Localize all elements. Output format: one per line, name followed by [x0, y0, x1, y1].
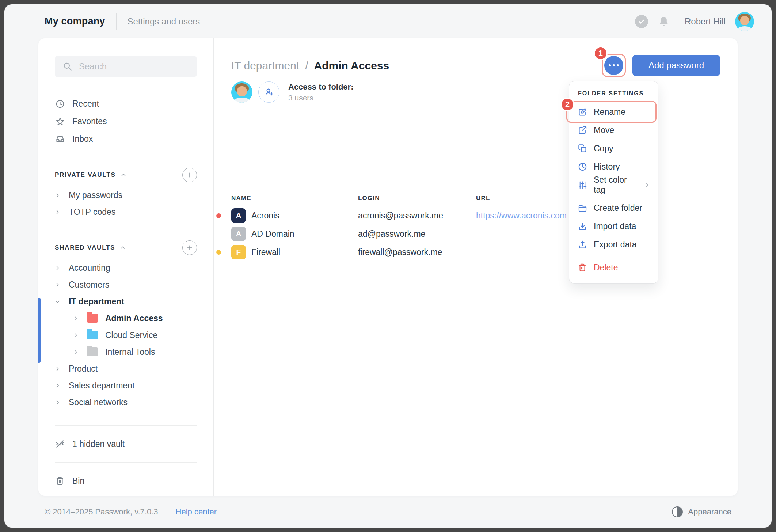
- sidebar-item-cloud-service[interactable]: Cloud Service: [55, 327, 197, 343]
- help-center-link[interactable]: Help center: [176, 507, 217, 517]
- sidebar-item-bin[interactable]: Bin: [55, 472, 197, 490]
- password-login: firewall@passwork.me: [358, 247, 476, 257]
- private-vaults-header: PRIVATE VAULTS: [55, 167, 197, 183]
- folder-icon-red: [87, 314, 98, 323]
- folder-member-avatar[interactable]: [231, 81, 252, 103]
- password-url-link[interactable]: https://www.acronis.com: [476, 211, 567, 220]
- sidebar-item-sales-department[interactable]: Sales department: [55, 377, 197, 394]
- column-header-login[interactable]: LOGIN: [358, 195, 476, 202]
- sidebar-item-it-department[interactable]: IT department: [55, 293, 197, 310]
- sidebar-item-admin-access[interactable]: Admin Access: [55, 310, 197, 327]
- add-private-vault-button[interactable]: [182, 168, 197, 182]
- sidebar-item-label: Favorites: [72, 117, 107, 126]
- add-user-icon[interactable]: [258, 81, 279, 103]
- step-badge-1: 1: [594, 46, 608, 60]
- vault-label: Sales department: [69, 381, 134, 391]
- menu-item-delete[interactable]: Delete: [569, 258, 658, 277]
- history-icon: [577, 162, 587, 172]
- user-name[interactable]: Robert Hill: [685, 16, 726, 27]
- color-tag-icon: [577, 180, 587, 190]
- hidden-vault-label: 1 hidden vault: [72, 439, 125, 449]
- chevron-right-icon: [55, 400, 61, 405]
- sidebar-item-customers[interactable]: Customers: [55, 276, 197, 293]
- chevron-right-icon: [73, 332, 79, 338]
- appearance-toggle[interactable]: Appearance: [672, 506, 731, 517]
- search-input[interactable]: [79, 61, 189, 72]
- notifications-bell-icon[interactable]: [658, 15, 670, 28]
- sidebar-item-accounting[interactable]: Accounting: [55, 259, 197, 276]
- search-icon: [63, 62, 72, 71]
- chevron-right-icon: [55, 282, 61, 288]
- menu-item-copy[interactable]: Copy: [569, 139, 658, 157]
- menu-item-export-data[interactable]: Export data: [569, 235, 658, 254]
- shared-vaults-header: SHARED VAULTS: [55, 240, 197, 256]
- menu-item-label: Copy: [594, 144, 613, 153]
- breadcrumb-current: Admin Access: [314, 60, 389, 72]
- sidebar-item-social-networks[interactable]: Social networks: [55, 394, 197, 411]
- star-icon: [55, 117, 65, 126]
- menu-item-label: Import data: [594, 221, 636, 231]
- chevron-up-icon[interactable]: [120, 172, 127, 178]
- menu-item-create-folder[interactable]: Create folder: [569, 199, 658, 217]
- sidebar-item-totp-codes[interactable]: TOTP codes: [55, 204, 197, 220]
- menu-item-import-data[interactable]: Import data: [569, 217, 658, 235]
- folder-label: Cloud Service: [105, 330, 157, 340]
- step-badge-2: 2: [560, 98, 574, 111]
- copy-icon: [577, 144, 587, 153]
- chevron-right-icon: [55, 193, 61, 198]
- menu-item-set-color-tag[interactable]: Set color tag: [569, 176, 658, 194]
- sidebar-item-favorites[interactable]: Favorites: [55, 113, 197, 130]
- folder-icon-gray: [87, 347, 98, 356]
- column-header-name[interactable]: NAME: [231, 195, 358, 202]
- breadcrumb-parent[interactable]: IT department: [231, 60, 299, 72]
- chevron-right-icon: [55, 265, 61, 271]
- access-user-count[interactable]: 3 users: [288, 94, 354, 102]
- menu-item-label: Export data: [594, 240, 637, 250]
- search-box[interactable]: [55, 56, 197, 77]
- move-icon: [577, 125, 587, 135]
- chevron-right-icon: [73, 349, 79, 355]
- copyright-text: © 2014–2025 Passwork, v.7.0.3: [45, 507, 158, 517]
- settings-and-users-link[interactable]: Settings and users: [128, 16, 200, 27]
- chevron-up-icon[interactable]: [119, 244, 126, 251]
- menu-item-history[interactable]: History: [569, 157, 658, 176]
- sidebar-item-product[interactable]: Product: [55, 360, 197, 377]
- folder-label: Admin Access: [105, 314, 163, 323]
- sidebar-item-inbox[interactable]: Inbox: [55, 130, 197, 148]
- edit-icon: [577, 107, 587, 117]
- topbar-divider: [116, 13, 117, 30]
- check-circle-icon[interactable]: [635, 15, 648, 28]
- sidebar-item-internal-tools[interactable]: Internal Tools: [55, 343, 197, 360]
- add-password-button[interactable]: Add password: [632, 55, 720, 76]
- menu-item-label: History: [594, 162, 620, 172]
- more-dots-icon: [604, 56, 623, 75]
- sidebar-item-recent[interactable]: Recent: [55, 95, 197, 113]
- vault-label: Product: [69, 364, 98, 374]
- sidebar-item-label: Inbox: [72, 134, 93, 144]
- user-avatar[interactable]: [735, 12, 754, 31]
- menu-item-rename[interactable]: 2 Rename: [569, 103, 658, 121]
- menu-title: FOLDER SETTINGS: [569, 89, 658, 101]
- password-name: Firewall: [251, 247, 280, 257]
- menu-item-move[interactable]: Move: [569, 121, 658, 139]
- folder-icon: [577, 203, 587, 213]
- vault-label: Customers: [69, 280, 109, 290]
- chevron-right-icon: [55, 366, 61, 372]
- divider: [55, 425, 197, 426]
- section-title[interactable]: SHARED VAULTS: [55, 244, 115, 251]
- topbar: My company Settings and users Robert Hil…: [4, 4, 772, 38]
- vault-label: Accounting: [69, 263, 110, 273]
- app-window: My company Settings and users Robert Hil…: [4, 4, 772, 528]
- sidebar-item-hidden-vaults[interactable]: 1 hidden vault: [55, 435, 197, 453]
- sidebar-item-my-passwords[interactable]: My passwords: [55, 187, 197, 204]
- section-title[interactable]: PRIVATE VAULTS: [55, 171, 116, 179]
- add-shared-vault-button[interactable]: [182, 240, 197, 255]
- appearance-label: Appearance: [688, 507, 731, 517]
- clock-icon: [55, 99, 65, 109]
- contrast-icon: [672, 506, 683, 517]
- sidebar: Recent Favorites Inbox PRIVATE VAULTS: [38, 38, 214, 496]
- company-name[interactable]: My company: [45, 16, 105, 27]
- active-vault-indicator: [38, 298, 41, 363]
- chevron-down-icon: [55, 299, 61, 304]
- trash-icon: [577, 263, 587, 272]
